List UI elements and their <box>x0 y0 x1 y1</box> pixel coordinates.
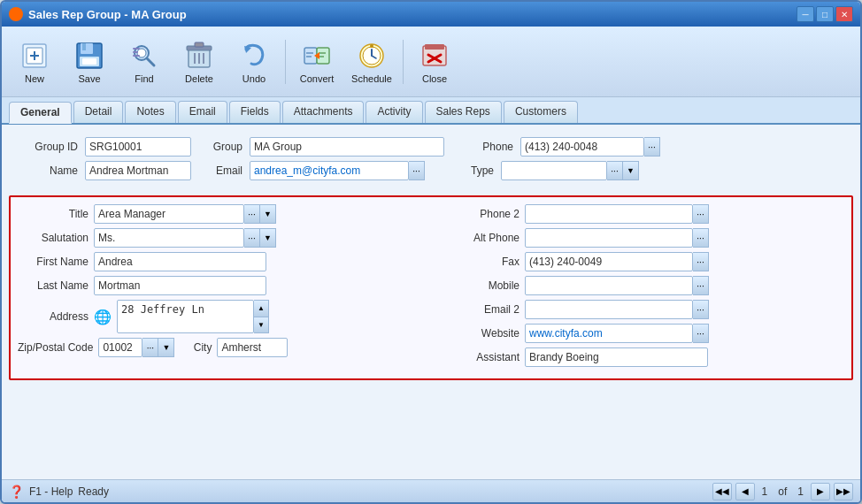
phone-ellipsis-button[interactable]: ··· <box>644 137 660 157</box>
alt-phone-input[interactable] <box>525 228 693 248</box>
help-icon: ❓ <box>9 485 24 499</box>
close-label: Close <box>422 73 447 84</box>
tab-sales-reps[interactable]: Sales Reps <box>425 101 502 123</box>
website-ellipsis-button[interactable]: ··· <box>693 324 709 343</box>
save-icon <box>73 40 105 72</box>
last-page-button[interactable]: ▶▶ <box>834 483 853 500</box>
assistant-input[interactable] <box>525 347 708 367</box>
fax-field: ··· <box>525 252 709 271</box>
tab-notes[interactable]: Notes <box>125 101 175 123</box>
row-assistant: Assistant <box>440 347 844 367</box>
mobile-ellipsis-button[interactable]: ··· <box>693 276 709 295</box>
name-input[interactable] <box>85 161 191 180</box>
app-icon <box>9 7 23 21</box>
new-label: New <box>25 73 44 84</box>
zip-ellipsis-button[interactable]: ··· <box>142 338 158 357</box>
zip-field: ··· ▼ <box>98 338 174 357</box>
salutation-input[interactable] <box>94 228 244 248</box>
phone2-field: ··· <box>525 204 709 224</box>
svg-point-33 <box>370 44 373 48</box>
type-dropdown-button[interactable]: ▼ <box>623 161 639 180</box>
tab-customers[interactable]: Customers <box>504 101 578 123</box>
save-label: Save <box>78 73 100 84</box>
phone-input[interactable] <box>520 137 644 157</box>
first-page-button[interactable]: ◀◀ <box>712 483 732 500</box>
email-ellipsis-button[interactable]: ··· <box>409 161 425 180</box>
mobile-label: Mobile <box>440 279 520 292</box>
title-dropdown-button[interactable]: ▼ <box>260 204 276 224</box>
undo-label: Undo <box>242 73 266 84</box>
firstname-input[interactable] <box>94 252 266 271</box>
page-current: 1 <box>758 485 772 498</box>
schedule-label: Schedule <box>351 73 392 84</box>
tab-fields[interactable]: Fields <box>229 101 281 123</box>
close-button[interactable]: Close <box>409 32 460 92</box>
maximize-button[interactable]: □ <box>816 6 834 22</box>
mobile-field: ··· <box>525 276 709 295</box>
group-input[interactable] <box>250 137 444 157</box>
group-id-input[interactable] <box>85 137 191 157</box>
next-page-button[interactable]: ▶ <box>811 483 830 500</box>
close-window-button[interactable]: ✕ <box>835 6 853 22</box>
tab-attachments[interactable]: Attachments <box>282 101 365 123</box>
undo-button[interactable]: Undo <box>228 32 280 92</box>
svg-rect-14 <box>133 55 140 57</box>
minimize-button[interactable]: ─ <box>797 6 814 22</box>
row-name: Name Email ··· Type ··· ▼ <box>16 161 846 180</box>
undo-icon <box>238 40 270 72</box>
prev-page-button[interactable]: ◀ <box>735 483 755 500</box>
toolbar-separator-2 <box>403 40 404 84</box>
salutation-label: Salutation <box>18 232 89 244</box>
tab-activity[interactable]: Activity <box>366 101 422 123</box>
salutation-dropdown-button[interactable]: ▼ <box>260 228 276 248</box>
tab-bar: General Detail Notes Email Fields Attach… <box>2 97 860 125</box>
phone-field: ··· <box>520 137 660 157</box>
address-textarea[interactable]: 28 Jeffrey Ln <box>117 300 254 333</box>
address-scroll-down[interactable]: ▼ <box>254 317 268 333</box>
phone2-input[interactable] <box>525 204 693 224</box>
fax-input[interactable] <box>525 252 693 271</box>
email2-input[interactable] <box>525 300 693 319</box>
page-total: 1 <box>794 485 807 498</box>
email-input[interactable] <box>250 161 409 180</box>
zip-dropdown-button[interactable]: ▼ <box>158 338 174 357</box>
save-button[interactable]: Save <box>64 32 115 92</box>
help-text: F1 - Help <box>29 485 73 498</box>
type-ellipsis-button[interactable]: ··· <box>607 161 623 180</box>
fax-ellipsis-button[interactable]: ··· <box>693 252 709 271</box>
svg-line-11 <box>147 58 154 65</box>
row-group-id: Group ID Group Phone ··· <box>16 137 846 157</box>
email2-ellipsis-button[interactable]: ··· <box>693 300 709 319</box>
find-button[interactable]: Find <box>119 32 170 92</box>
header-fields: Group ID Group Phone ··· Name Email <box>9 132 853 190</box>
type-input[interactable] <box>501 161 607 180</box>
salutation-ellipsis-button[interactable]: ··· <box>244 228 260 248</box>
row-mobile: Mobile ··· <box>440 276 844 295</box>
mobile-input[interactable] <box>525 276 693 295</box>
tab-email[interactable]: Email <box>178 101 227 123</box>
name-label: Name <box>16 164 78 177</box>
title-field: ··· ▼ <box>94 204 276 224</box>
convert-label: Convert <box>300 73 335 84</box>
tab-detail[interactable]: Detail <box>73 101 124 123</box>
delete-button[interactable]: Delete <box>173 32 225 92</box>
globe-icon[interactable]: 🌐 <box>94 309 112 325</box>
city-input[interactable] <box>217 338 288 357</box>
title-input[interactable] <box>94 204 244 224</box>
tab-general[interactable]: General <box>9 102 72 124</box>
title-ellipsis-button[interactable]: ··· <box>244 204 260 224</box>
alt-phone-ellipsis-button[interactable]: ··· <box>693 228 709 248</box>
row-fax: Fax ··· <box>440 252 844 271</box>
lastname-input[interactable] <box>94 276 266 295</box>
convert-button[interactable]: Convert <box>291 32 342 92</box>
schedule-button[interactable]: Schedule <box>346 32 397 92</box>
status-bar: ❓ F1 - Help Ready ◀◀ ◀ 1 of 1 ▶ ▶▶ <box>2 479 860 502</box>
zip-input[interactable] <box>98 338 142 357</box>
svg-rect-17 <box>195 42 204 47</box>
new-button[interactable]: New <box>9 32 60 92</box>
website-input[interactable] <box>525 324 693 343</box>
address-scroll-up[interactable]: ▲ <box>254 301 268 317</box>
phone2-ellipsis-button[interactable]: ··· <box>693 204 709 224</box>
type-field: ··· ▼ <box>501 161 639 180</box>
toolbar-separator <box>285 40 286 84</box>
